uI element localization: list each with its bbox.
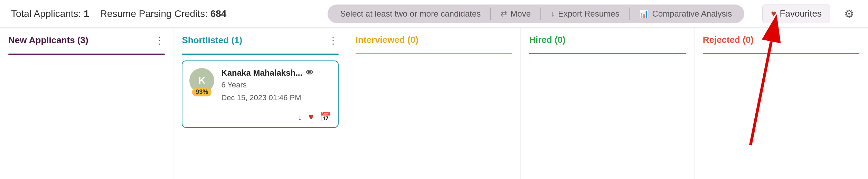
favourite-candidate-icon[interactable]: ♥ (308, 112, 313, 122)
total-applicants: Total Applicants: 1 (11, 8, 89, 19)
column-menu-shortlisted[interactable]: ⋮ (328, 35, 339, 46)
card-info: Kanaka Mahalaksh... 👁 6 Years Dec 15, 20… (221, 68, 331, 103)
settings-button[interactable]: ⚙ (841, 4, 857, 23)
action-bar: Select at least two or more candidates ⇄… (328, 4, 744, 23)
schedule-icon[interactable]: 📅 (320, 112, 331, 122)
comparative-analysis-button[interactable]: 📊 Comparative Analysis (630, 4, 742, 23)
column-header-shortlisted: Shortlisted (1) ⋮ (182, 35, 338, 49)
column-shortlisted: Shortlisted (1) ⋮ K 93% Kanaka Mahalaksh… (173, 28, 347, 179)
column-underline-hired (529, 53, 686, 54)
column-underline-rejected (703, 53, 859, 54)
column-title-shortlisted: Shortlisted (1) (182, 35, 242, 46)
avatar: K 93% (189, 68, 214, 93)
candidate-card: K 93% Kanaka Mahalaksh... 👁 6 Years Dec … (182, 60, 338, 128)
kanban-board: New Applicants (3) ⋮ Shortlisted (1) ⋮ K… (0, 28, 868, 179)
move-icon: ⇄ (501, 9, 507, 18)
card-date: Dec 15, 2023 01:46 PM (221, 92, 331, 103)
column-underline-interviewed (356, 53, 512, 54)
column-interviewed: Interviewed (0) (347, 28, 521, 179)
column-header-new: New Applicants (3) ⋮ (8, 35, 165, 49)
heart-icon: ♥ (771, 8, 776, 19)
column-header-hired: Hired (0) (529, 35, 686, 49)
column-title-interviewed: Interviewed (0) (356, 35, 418, 45)
card-experience: 6 Years (221, 79, 331, 91)
column-rejected: Rejected (0) (695, 28, 868, 179)
column-hired: Hired (0) (521, 28, 694, 179)
card-name: Kanaka Mahalaksh... 👁 (221, 68, 331, 78)
download-icon: ↓ (551, 9, 555, 18)
chart-icon: 📊 (639, 9, 649, 18)
column-header-rejected: Rejected (0) (703, 35, 859, 49)
card-actions: ↓ ♥ 📅 (189, 108, 331, 122)
view-profile-icon[interactable]: 👁 (306, 68, 313, 77)
column-title-hired: Hired (0) (529, 35, 565, 45)
top-bar: Total Applicants: 1 Resume Parsing Credi… (0, 0, 868, 28)
favourites-button[interactable]: ♥ Favourites (762, 4, 830, 23)
column-title-new: New Applicants (3) (8, 35, 88, 46)
column-menu-new[interactable]: ⋮ (154, 35, 165, 46)
card-top: K 93% Kanaka Mahalaksh... 👁 6 Years Dec … (189, 68, 331, 103)
download-resume-icon[interactable]: ↓ (298, 112, 302, 122)
settings-icon: ⚙ (844, 8, 854, 20)
column-new: New Applicants (3) ⋮ (0, 28, 173, 179)
resume-credits: Resume Parsing Credits: 684 (100, 8, 227, 19)
select-candidates-text: Select at least two or more candidates (330, 9, 490, 19)
column-header-interviewed: Interviewed (0) (356, 35, 512, 49)
column-title-rejected: Rejected (0) (703, 35, 754, 45)
column-underline-shortlisted (182, 54, 338, 55)
column-underline-new (8, 54, 165, 55)
score-badge: 93% (192, 88, 211, 96)
export-resumes-button[interactable]: ↓ Export Resumes (541, 4, 629, 23)
move-button[interactable]: ⇄ Move (491, 4, 540, 23)
